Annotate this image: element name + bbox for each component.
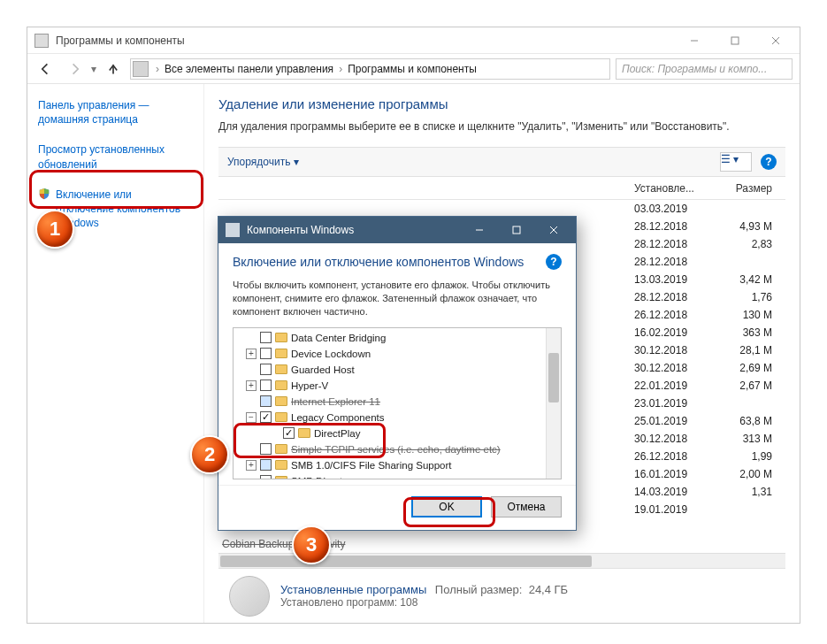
checkbox[interactable] [260,411,272,423]
tree-item[interactable]: Guarded Host [234,362,561,378]
sidebar: Панель управления — домашняя страница Пр… [27,84,204,623]
ok-button[interactable]: OK [411,496,482,518]
dialog-title: Компоненты Windows [247,224,461,236]
dialog-minimize-button[interactable] [461,218,498,242]
folder-icon [275,380,287,390]
checkbox[interactable] [260,475,272,479]
checkbox[interactable] [260,332,272,343]
footer-text: Установленные программы Полный размер: 2… [280,583,568,609]
tree-vertical-scrollbar[interactable] [546,328,561,479]
recent-dropdown-icon[interactable]: ▾ [91,63,96,75]
back-button[interactable] [34,58,57,80]
cancel-button[interactable]: Отмена [491,496,562,518]
tree-item-label: DirectPlay [314,428,360,439]
folder-icon [298,428,310,438]
checkbox[interactable] [260,459,272,471]
list-header[interactable]: Установле... Размер [218,177,785,200]
forward-button[interactable] [63,58,86,80]
tree-item[interactable]: +SMB 1.0/CIFS File Sharing Support [234,457,561,473]
tree-item[interactable]: Data Center Bridging [234,330,561,346]
help-icon[interactable]: ? [761,154,777,170]
window-title: Программы и компоненты [56,34,674,47]
maximize-button[interactable] [715,28,755,53]
list-toolbar: Упорядочить ▾ ☰ ▾ ? [218,147,785,177]
folder-icon [275,460,287,470]
window-controls [674,28,796,53]
col-size[interactable]: Размер [714,182,776,195]
dialog-description: Чтобы включить компонент, установите его… [233,279,562,318]
dialog-button-row: OK Отмена [218,485,576,530]
tree-scroll-thumb[interactable] [548,353,559,402]
tree-item[interactable]: Simple TCPIP services (i.e. echo, daytim… [234,441,561,457]
dialog-maximize-button[interactable] [498,218,535,242]
step-badge-3: 3 [292,525,331,564]
dialog-heading: Включение или отключение компонентов Win… [233,254,562,270]
windows-features-dialog: Компоненты Windows ? Включение или отклю… [218,216,577,531]
checkbox[interactable] [260,395,272,407]
folder-icon [275,349,287,358]
breadcrumb-bar[interactable]: › Все элементы панели управления › Прогр… [130,58,610,80]
tree-item-label: Data Center Bridging [291,333,386,343]
checkbox[interactable] [260,443,272,455]
checkbox[interactable] [260,380,272,391]
dialog-titlebar[interactable]: Компоненты Windows [218,217,576,243]
tree-item-label: Hyper-V [291,380,328,391]
svg-rect-6 [513,226,520,234]
tree-item[interactable]: SMB Direct [234,473,561,479]
tree-item-label: Legacy Components [291,412,384,423]
tree-item[interactable]: DirectPlay [234,426,561,441]
breadcrumb-leaf[interactable]: Программы и компоненты [344,63,480,75]
shield-icon [38,188,50,200]
search-input[interactable]: Поиск: Программы и компо... [616,58,793,80]
folder-icon [275,412,287,422]
collapse-icon[interactable]: − [246,412,257,423]
close-button[interactable] [755,28,796,53]
expand-icon[interactable]: + [246,349,257,359]
tree-item-label: Internet Explorer 11 [291,396,380,407]
sidebar-link-label: Включение или отключение компонентов Win… [56,188,193,231]
status-footer: Установленные программы Полный размер: 2… [218,568,785,623]
tree-item-label: Device Lockdown [291,349,371,359]
folder-icon [275,364,287,374]
sidebar-link-updates[interactable]: Просмотр установленных обновлений [34,141,196,172]
view-mode-button[interactable]: ☰ ▾ [720,152,752,172]
folder-icon [275,333,287,342]
dialog-help-icon[interactable]: ? [546,254,562,270]
checkbox[interactable] [260,364,272,375]
tree-item[interactable]: Internet Explorer 11 [234,394,561,410]
dialog-close-button[interactable] [535,218,572,242]
folder-icon [275,476,287,479]
feature-tree[interactable]: Data Center Bridging+Device LockdownGuar… [233,327,562,479]
up-button[interactable] [102,58,125,80]
scroll-thumb[interactable] [220,556,592,567]
table-row[interactable]: 03.03.2019 [218,200,785,218]
col-installed[interactable]: Установле... [634,182,714,195]
page-heading: Удаление или изменение программы [218,96,785,111]
checkbox[interactable] [260,348,272,359]
svg-rect-1 [731,37,739,44]
tree-item[interactable]: −Legacy Components [234,410,561,426]
chevron-right-icon: › [337,63,344,75]
sidebar-link-home[interactable]: Панель управления — домашняя страница [34,96,196,128]
step-badge-1: 1 [35,210,74,249]
folder-icon [275,444,287,454]
checkbox[interactable] [283,427,295,439]
expand-icon[interactable]: + [246,380,257,391]
tree-item[interactable]: +Hyper-V [234,378,561,394]
disc-icon [229,576,270,617]
dialog-icon [226,223,240,237]
nav-toolbar: ▾ › Все элементы панели управления › Про… [27,54,800,84]
tree-item-label: Guarded Host [291,364,355,375]
tree-item-label: SMB Direct [291,476,342,479]
minimize-button[interactable] [674,28,715,53]
tree-item[interactable]: +Device Lockdown [234,346,561,362]
chevron-right-icon: › [154,63,161,75]
step-badge-2: 2 [190,435,229,474]
organize-button[interactable]: Упорядочить ▾ [227,156,299,168]
tree-item-label: SMB 1.0/CIFS File Sharing Support [291,460,452,471]
window-icon [34,34,49,48]
main-titlebar: Программы и компоненты [27,27,800,54]
breadcrumb-root[interactable]: Все элементы панели управления [161,63,337,75]
expand-icon[interactable]: + [246,460,257,471]
page-subtext: Для удаления программы выберите ее в спи… [218,120,785,133]
